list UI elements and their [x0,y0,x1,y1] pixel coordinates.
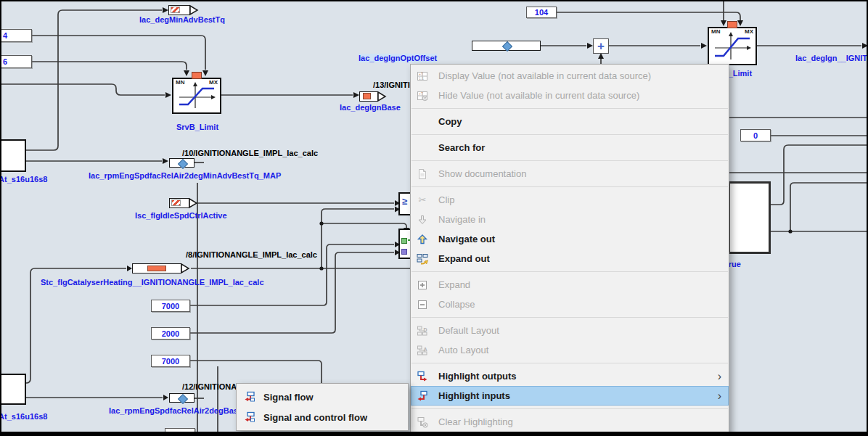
signal-label-selected[interactable]: Iac_degIgnOptOffset [359,54,437,62]
menu-item-copy[interactable]: Copy [411,112,729,131]
diamond-icon [178,393,188,403]
signal-flow-icon [242,391,257,403]
limiter-block-srvb[interactable]: MN MX [172,78,221,114]
signal-label[interactable]: cAt_s16u16s8 [0,412,47,421]
port-arrow-icon [189,4,199,16]
menu-item-expand[interactable]: Expand [411,275,729,295]
menu-separator [412,363,728,363]
signal-label[interactable]: Iac_degIgnBase [340,103,401,112]
collapse-icon [415,299,430,310]
port-catalyserheating[interactable] [132,263,181,273]
highlight-inputs-icon [415,390,430,402]
signal-control-flow-icon [242,411,257,423]
menu-item-collapse[interactable]: Collapse [411,295,729,314]
port-arrow-icon [189,197,198,209]
signal-label[interactable]: cAt_s16u16s8 [0,175,47,184]
default-layout-icon: D [415,325,430,337]
navigate-out-icon [415,234,430,245]
limiter-block-right[interactable]: MN MX [708,27,757,65]
expand-out-icon [415,253,430,265]
highlight-outputs-icon [415,371,430,382]
context-menu: +T1.1 Display Value (not available in cu… [410,64,729,434]
menu-item-auto-layout[interactable]: A Auto Layout [411,340,729,360]
svg-text:A: A [424,346,427,351]
limiter-max-label: MX [209,79,218,86]
menu-item-highlight-outputs[interactable]: Highlight outputs › [411,366,729,386]
submenu-arrow-icon: › [718,390,721,402]
menu-separator [412,160,728,161]
orange-square-icon [147,266,166,271]
signal-label[interactable]: Iac_rpmEngSpdfacRelAir2degBase [109,406,242,415]
document-icon [415,168,430,180]
menu-item-hide-value[interactable]: +T Hide Value (not available in current … [411,86,729,105]
signal-label[interactable]: Iac_degIgn__IGNIT [795,54,867,62]
path-label: /8/IGNITIONANGLE_IMPL_Iac_calc [186,250,317,259]
signal-label[interactable]: Iac_degMinAdvBestTq [139,15,225,24]
output-port-degminadvbesttq[interactable] [168,5,190,15]
limiter-min-label: MN [176,79,184,86]
source-port-idlespdctrl[interactable] [169,198,189,208]
port-arrow-icon [377,91,387,102]
clear-highlighting-icon [415,416,430,428]
constant-box[interactable]: 7000 [151,355,190,367]
signal-label[interactable]: Isc_flgIdleSpdCtrlActive [135,211,227,220]
input-port-map-top[interactable] [169,158,195,168]
gte-icon: ≥ [402,196,407,207]
menu-item-display-value[interactable]: +T1.1 Display Value (not available in cu… [411,66,729,86]
scissors-icon: ✂ [415,194,430,206]
menu-item-navigate-out[interactable]: Navigate out [411,229,729,249]
hatched-square-icon [171,200,181,206]
menu-item-clip[interactable]: ✂ Clip [411,190,729,210]
orange-square-icon [363,93,371,99]
svg-text:1.1: 1.1 [419,75,424,80]
menu-item-default-layout[interactable]: D Default Layout [411,321,729,340]
constant-box[interactable]: 7000 [151,300,190,312]
port-arrow-icon [181,263,190,274]
menu-item-highlight-inputs[interactable]: Highlight inputs › [411,386,729,406]
constant-box[interactable]: 0 [740,129,771,141]
hatched-square-icon [171,7,180,13]
constant-box[interactable]: 6 [0,55,32,68]
highlight-inputs-submenu: Signal flow Signal and control flow [236,383,409,431]
input-port-map-bottom[interactable] [169,393,195,403]
svg-text:D: D [424,326,427,332]
menu-separator [412,186,728,187]
limiter-min-label: MN [711,28,720,35]
signal-label[interactable]: Iac_rpmEngSpdfacRelAir2degMinAdvBestTq_M… [89,171,281,180]
menu-item-navigate-in[interactable]: Navigate in [411,210,729,229]
navigate-in-icon [415,214,430,226]
diamond-icon [178,158,188,168]
hide-value-icon: +T [415,90,430,102]
menu-item-clear-highlighting[interactable]: Clear Highlighting [411,412,729,432]
menu-separator [412,134,728,135]
menu-separator [412,108,728,109]
menu-item-search-for[interactable]: Search for [411,138,729,157]
output-port-degignbase[interactable] [359,91,378,102]
display-value-icon: +T1.1 [415,70,430,82]
green-port-icon [401,238,407,244]
signal-label[interactable]: Stc_flgCatalyserHeating__IGNITIONANGLE_I… [41,278,264,287]
converter-block-bottom[interactable] [0,374,26,405]
expand-icon [415,279,430,291]
submenu-arrow-icon: › [718,371,721,382]
diagram-canvas[interactable]: MN MX MN MX + ≥ [0,0,868,436]
auto-layout-icon: A [415,345,430,356]
submenu-item-signal-flow[interactable]: Signal flow [237,387,408,407]
adder-block[interactable]: + [593,38,609,54]
submenu-item-signal-and-control-flow[interactable]: Signal and control flow [237,407,408,427]
menu-item-expand-out[interactable]: Expand out [411,249,729,268]
window-bottom-edge [0,432,868,436]
purple-port-icon [401,249,407,255]
input-port-optoffset[interactable] [472,41,541,51]
svg-text:+T: +T [419,91,423,96]
subsystem-block[interactable] [728,181,771,254]
menu-separator [412,408,728,409]
limiter-top-port [192,72,202,79]
menu-item-show-documentation[interactable]: Show documentation [411,164,729,184]
converter-block-top[interactable] [0,139,26,172]
constant-box[interactable]: 2000 [151,327,190,340]
constant-box[interactable]: 4 [0,29,32,42]
constant-box[interactable]: 104 [526,7,557,18]
menu-separator [412,271,728,272]
signal-label[interactable]: SrvB_Limit [176,123,218,131]
